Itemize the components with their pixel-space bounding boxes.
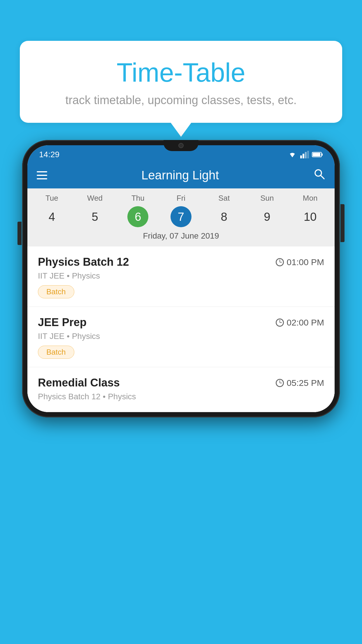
selected-date-label: Friday, 07 June 2019 [30,231,332,244]
svg-rect-5 [313,153,320,156]
batch-badge-1: Batch [38,285,74,298]
status-time: 14:29 [39,150,59,159]
day-10[interactable]: 10 [300,206,321,227]
day-4[interactable]: 4 [41,206,62,227]
phone-outer: 14:29 [22,140,340,417]
day-header-sat: Sat [203,194,246,203]
day-9[interactable]: 9 [256,206,277,227]
signal-icon [300,151,309,158]
phone-screen: 14:29 [27,145,335,412]
day-header-mon: Mon [289,194,332,203]
bubble-subtitle: track timetable, upcoming classes, tests… [34,94,328,107]
hamburger-line [37,178,47,179]
day-header-fri: Fri [159,194,203,203]
bubble-title: Time-Table [34,58,328,87]
schedule-item-header-1: Physics Batch 12 01:00 PM [38,256,324,268]
phone-mockup: 14:29 [22,140,340,644]
phone-notch [164,140,198,151]
search-button[interactable] [313,168,325,183]
schedule-subtitle-1: IIT JEE • Physics [38,271,324,281]
svg-rect-6 [321,153,323,156]
schedule-item-header-3: Remedial Class 05:25 PM [38,377,324,389]
calendar-strip: Tue Wed Thu Fri Sat Sun Mon 4 5 6 7 8 9 … [27,188,335,246]
schedule-time-1: 01:00 PM [276,257,324,267]
day-header-sun: Sun [246,194,289,203]
schedule-subtitle-3: Physics Batch 12 • Physics [38,392,324,401]
svg-rect-2 [305,152,307,158]
clock-icon-1 [276,258,284,266]
schedule-title-1: Physics Batch 12 [38,256,129,268]
schedule-title-2: JEE Prep [38,316,87,329]
time-text-1: 01:00 PM [287,257,324,267]
schedule-item-2[interactable]: JEE Prep 02:00 PM IIT JEE • Physics Batc… [27,307,335,367]
schedule-list: Physics Batch 12 01:00 PM IIT JEE • Phys… [27,246,335,412]
status-icons [287,151,323,158]
clock-icon-3 [276,379,284,387]
schedule-time-3: 05:25 PM [276,378,324,388]
app-title: Learning Light [56,168,304,182]
wifi-icon [287,151,297,158]
day-6-today[interactable]: 6 [127,206,148,227]
svg-rect-3 [307,151,309,158]
time-text-2: 02:00 PM [287,318,324,328]
hamburger-line [37,171,47,172]
schedule-time-2: 02:00 PM [276,318,324,328]
hamburger-menu-icon[interactable] [37,171,47,179]
schedule-item-3[interactable]: Remedial Class 05:25 PM Physics Batch 12… [27,367,335,412]
schedule-subtitle-2: IIT JEE • Physics [38,332,324,341]
clock-icon-2 [276,318,284,327]
svg-rect-1 [303,154,304,158]
svg-line-8 [321,175,324,179]
day-8[interactable]: 8 [214,206,235,227]
speech-bubble: Time-Table track timetable, upcoming cla… [20,41,342,123]
day-7-selected[interactable]: 7 [171,206,191,227]
day-numbers: 4 5 6 7 8 9 10 [30,206,332,227]
app-bar: Learning Light [27,162,335,188]
day-5[interactable]: 5 [85,206,106,227]
schedule-title-3: Remedial Class [38,377,120,389]
speech-bubble-container: Time-Table track timetable, upcoming cla… [20,41,342,123]
day-header-tue: Tue [30,194,73,203]
svg-rect-0 [300,155,302,158]
day-header-thu: Thu [116,194,159,203]
day-headers: Tue Wed Thu Fri Sat Sun Mon [30,194,332,203]
day-header-wed: Wed [73,194,117,203]
schedule-item-1[interactable]: Physics Batch 12 01:00 PM IIT JEE • Phys… [27,246,335,307]
camera-dot [178,143,184,148]
batch-badge-2: Batch [38,346,74,359]
schedule-item-header-2: JEE Prep 02:00 PM [38,316,324,329]
battery-icon [312,152,323,158]
time-text-3: 05:25 PM [287,378,324,388]
hamburger-line [37,175,47,176]
